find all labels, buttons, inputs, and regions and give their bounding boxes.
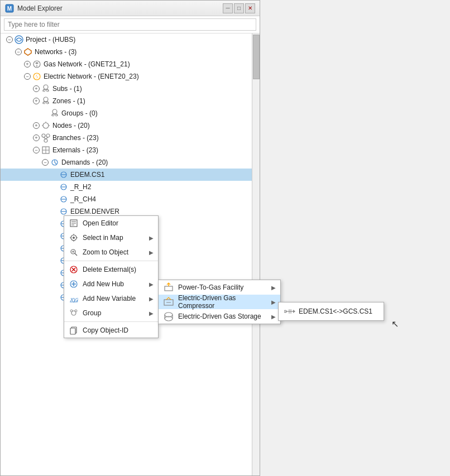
ctx-copy-object-id[interactable]: Copy Object-ID — [64, 323, 158, 338]
expander-project[interactable]: − — [5, 35, 14, 44]
edc-arrow: ▶ — [271, 299, 276, 305]
electric-label: Electric Network - (ENET20_23) — [44, 73, 139, 80]
edc-label: Electric-Driven Gas Compressor — [178, 294, 267, 310]
expander-subs[interactable]: + — [32, 84, 41, 93]
electric-icon — [32, 71, 42, 81]
copy-icon — [69, 325, 79, 335]
ctx-delete-external[interactable]: Delete External(s) — [64, 262, 158, 277]
sub-electric-driven-storage[interactable]: Electric-Driven Gas Storage ▶ — [159, 309, 280, 324]
restore-button[interactable]: □ — [234, 3, 244, 13]
eds-arrow: ▶ — [271, 314, 276, 320]
expander-demands[interactable]: − — [41, 158, 50, 167]
expander-networks[interactable]: − — [14, 47, 23, 56]
ctx-add-new-hub[interactable]: Add New Hub ▶ — [64, 277, 158, 291]
zones-label: Zones - (1) — [52, 97, 85, 105]
expander-electric[interactable]: − — [23, 72, 32, 81]
groups-icon — [50, 108, 60, 118]
svg-point-19 — [46, 134, 50, 137]
expander-nodes[interactable]: + — [32, 121, 41, 130]
tree-item-r-h2[interactable]: _R_H2 — [1, 181, 252, 193]
delete-icon — [69, 265, 79, 275]
branches-icon — [41, 133, 51, 143]
zoom-icon — [69, 247, 79, 257]
tree-item-nodes[interactable]: + Nodes - (20) — [1, 119, 252, 132]
tree-item-externals[interactable]: − Externals - (23) — [1, 144, 252, 156]
tree-item-networks[interactable]: − Networks - (3) — [1, 46, 252, 58]
window-title: Model Explorer — [17, 4, 63, 12]
svg-line-22 — [46, 137, 48, 139]
title-buttons: ─ □ ✕ — [223, 3, 255, 13]
zoom-to-object-label: Zoom to Object — [83, 248, 145, 256]
expander-externals[interactable]: − — [32, 146, 41, 155]
eds-label: Electric-Driven Gas Storage — [178, 312, 261, 320]
close-button[interactable]: ✕ — [245, 3, 255, 13]
expander-zones[interactable]: + — [32, 97, 41, 105]
eds-icon — [163, 311, 174, 322]
project-label: Project - (HUBS) — [26, 36, 75, 44]
nodes-label: Nodes - (20) — [52, 122, 90, 129]
edc-connection-item[interactable]: EDEM.CS1<->GCS.CS1 — [279, 305, 384, 318]
r-h2-label: _R_H2 — [70, 183, 91, 191]
filter-bar — [1, 16, 260, 33]
svg-line-21 — [44, 137, 46, 139]
editor-icon — [69, 218, 79, 228]
tree-item-gas-network[interactable]: + Gas Network - (GNET21_21) — [1, 58, 252, 70]
ctx-select-in-map[interactable]: Select in Map ▶ — [64, 230, 158, 245]
tree-item-r-ch4[interactable]: _R_CH4 — [1, 193, 252, 205]
networks-label: Networks - (3) — [35, 48, 76, 56]
sub-power-to-gas[interactable]: Power-To-Gas Facility ▶ — [159, 280, 280, 295]
tree-item-edem-cs1[interactable]: EDEM.CS1 — [1, 169, 252, 181]
ptg-icon — [163, 282, 174, 293]
separator-2 — [64, 321, 158, 322]
r-ch4-label: _R_CH4 — [70, 195, 96, 203]
tree-item-zones[interactable]: + Zones - (1) — [1, 95, 252, 107]
svg-point-5 — [44, 85, 48, 89]
svg-point-4 — [33, 73, 40, 80]
ctx-group[interactable]: Group ▶ — [64, 306, 158, 320]
open-editor-label: Open Editor — [83, 219, 154, 227]
scrollbar-thumb[interactable] — [253, 35, 260, 79]
ptg-arrow: ▶ — [271, 285, 276, 291]
ctx-open-editor[interactable]: Open Editor — [64, 216, 158, 230]
minimize-button[interactable]: ─ — [223, 3, 233, 13]
svg-point-72 — [70, 310, 73, 312]
expander-branches[interactable]: + — [32, 133, 41, 142]
svg-text:xyz: xyz — [70, 296, 78, 302]
externals-label: Externals - (23) — [52, 146, 98, 154]
separator-1 — [64, 261, 158, 261]
filter-input[interactable] — [4, 18, 256, 31]
delete-external-label: Delete External(s) — [83, 266, 154, 273]
tree-item-groups[interactable]: Groups - (0) — [1, 107, 252, 119]
svg-point-54 — [73, 237, 75, 239]
submenu-edc-connections: EDEM.CS1<->GCS.CS1 — [278, 302, 384, 321]
tree-item-subs[interactable]: + Subs - (1) — [1, 83, 252, 95]
nodes-icon — [41, 121, 51, 131]
model-explorer-window: M Model Explorer ─ □ ✕ − Project - (HUBS… — [0, 0, 260, 476]
select-in-map-label: Select in Map — [83, 234, 145, 242]
svg-marker-85 — [293, 310, 295, 313]
branches-label: Branches - (23) — [52, 134, 99, 142]
edc-icon — [163, 296, 174, 307]
demand-node-icon-ch4 — [59, 194, 69, 204]
tree-item-demands[interactable]: − Demands - (20) — [1, 156, 252, 169]
scrollbar[interactable] — [252, 33, 260, 475]
ctx-zoom-to-object[interactable]: Zoom to Object ▶ — [64, 245, 158, 259]
edem-cs1-label: EDEM.CS1 — [70, 171, 104, 179]
submenu-add-new-hub: Power-To-Gas Facility ▶ Electric-Driven … — [158, 280, 281, 324]
svg-rect-76 — [165, 286, 173, 291]
tree-item-project[interactable]: − Project - (HUBS) — [1, 33, 252, 46]
svg-text:M: M — [7, 6, 12, 12]
expander-gas[interactable]: + — [23, 60, 32, 69]
svg-point-73 — [75, 310, 77, 312]
tree-item-electric-network[interactable]: − Electric Network - (ENET20_23) — [1, 70, 252, 83]
ctx-add-new-variable[interactable]: xyz Add New Variable ▶ — [64, 291, 158, 306]
connector-icon — [284, 306, 295, 317]
svg-rect-75 — [70, 328, 75, 334]
subs-label: Subs - (1) — [52, 85, 82, 93]
tree-item-branches[interactable]: + Branches - (23) — [1, 132, 252, 144]
sub-electric-driven-compressor[interactable]: Electric-Driven Gas Compressor ▶ — [159, 295, 280, 309]
demands-icon — [50, 157, 60, 167]
ptg-label: Power-To-Gas Facility — [178, 283, 243, 291]
svg-line-60 — [75, 253, 77, 256]
externals-icon — [41, 145, 51, 155]
